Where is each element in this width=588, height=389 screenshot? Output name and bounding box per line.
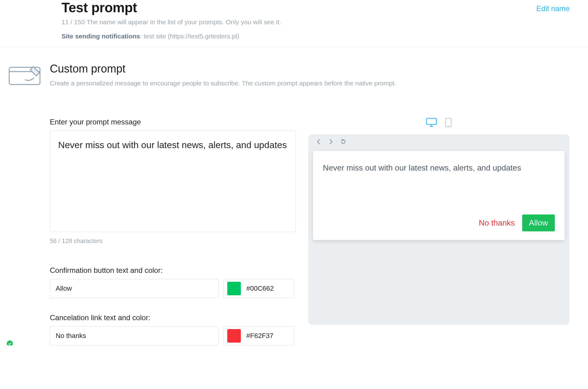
- svg-rect-2: [427, 118, 436, 124]
- edit-name-link[interactable]: Edit name: [536, 4, 570, 13]
- confirm-color-value: #00C662: [246, 285, 274, 293]
- site-info-value: : test site (https://test5.grtesters.pl): [140, 33, 239, 40]
- reload-icon: [340, 139, 346, 147]
- section-title: Custom prompt: [50, 62, 570, 75]
- preview-message: Never miss out with our latest news, ale…: [323, 163, 555, 214]
- name-hint-text: The name will appear in the list of your…: [86, 18, 281, 26]
- message-label: Enter your prompt message: [50, 118, 296, 126]
- header: Test prompt Edit name 11 / 150 The name …: [0, 0, 588, 47]
- confirm-color-swatch: [227, 282, 241, 295]
- custom-prompt-icon: [8, 64, 42, 345]
- confirm-color-input[interactable]: #00C662: [223, 279, 294, 298]
- mobile-tab[interactable]: [445, 118, 452, 129]
- desktop-tab[interactable]: [426, 118, 437, 129]
- svg-point-6: [448, 125, 449, 126]
- confirm-label: Confirmation button text and color:: [50, 266, 296, 275]
- forward-icon: [328, 139, 334, 147]
- page-title: Test prompt: [62, 0, 536, 15]
- confirm-text-input[interactable]: [50, 279, 219, 298]
- desktop-icon: [426, 118, 437, 127]
- preview-frame: Never miss out with our latest news, ale…: [308, 134, 570, 325]
- preview-allow-button[interactable]: Allow: [522, 214, 555, 231]
- preview-cancel-link[interactable]: No thanks: [479, 218, 515, 228]
- preview-prompt-card: Never miss out with our latest news, ale…: [313, 151, 565, 240]
- browser-bar: [308, 134, 570, 151]
- back-icon: [316, 139, 322, 147]
- cancel-color-swatch: [227, 329, 241, 343]
- name-hint: 11 / 150 The name will appear in the lis…: [62, 18, 588, 26]
- section-description: Create a personalized message to encoura…: [50, 80, 570, 87]
- message-char-counter: 56 / 128 characters: [50, 238, 296, 245]
- cancel-text-input[interactable]: [50, 326, 219, 345]
- name-char-counter: 11 / 150: [62, 18, 85, 26]
- prompt-message-input[interactable]: [50, 131, 296, 232]
- cancel-label: Cancelation link text and color:: [50, 313, 296, 322]
- cancel-color-value: #F62F37: [246, 332, 273, 340]
- mobile-icon: [445, 118, 452, 128]
- cancel-color-input[interactable]: #F62F37: [223, 326, 294, 345]
- site-info-label: Site sending notifications: [62, 33, 140, 40]
- site-info: Site sending notifications: test site (h…: [62, 33, 588, 40]
- device-tabs: [308, 118, 570, 129]
- check-icon: [6, 340, 14, 345]
